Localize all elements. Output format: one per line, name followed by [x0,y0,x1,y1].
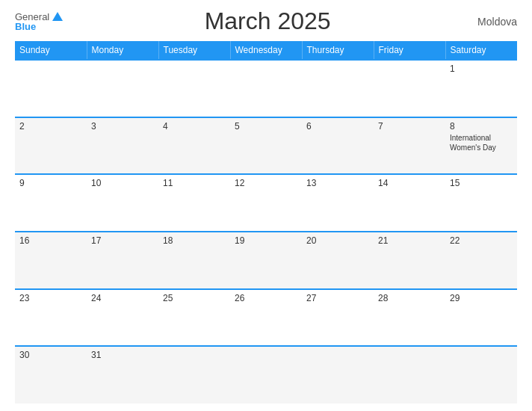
weekday-header-row: SundayMondayTuesdayWednesdayThursdayFrid… [15,41,517,60]
calendar-week-row: 16171819202122 [15,232,517,289]
day-number: 23 [19,293,82,303]
calendar-title: March 2025 [63,7,472,35]
calendar-cell [374,60,445,117]
weekday-header-tuesday: Tuesday [158,41,230,60]
calendar-cell [87,60,158,117]
calendar-header: General Blue March 2025 Moldova [15,7,517,35]
day-number: 17 [91,235,154,246]
day-number: 10 [91,178,154,188]
day-number: 4 [163,121,226,132]
calendar-cell: 1 [445,60,517,117]
day-number: 21 [378,235,441,246]
day-number: 22 [450,235,513,246]
day-number: 15 [450,178,513,188]
day-number: 2 [19,121,82,132]
calendar-cell [230,346,302,404]
calendar-cell: 14 [374,174,445,232]
calendar-cell: 21 [374,232,445,289]
calendar-cell [230,60,302,117]
weekday-header-saturday: Saturday [445,41,517,60]
calendar-cell: 31 [87,346,158,404]
calendar-cell [302,346,374,404]
calendar-cell [158,60,230,117]
calendar-cell: 24 [87,289,158,347]
day-number: 24 [91,293,154,303]
day-number: 8 [450,121,513,132]
day-number: 25 [163,293,226,303]
day-number: 1 [450,64,513,74]
day-number: 13 [306,178,369,188]
calendar-cell [374,346,445,404]
day-number: 26 [235,293,297,303]
day-number: 30 [19,350,82,360]
logo-triangle-icon [52,12,63,21]
calendar-cell [158,346,230,404]
day-number: 31 [91,350,154,360]
calendar-cell: 13 [302,174,374,232]
day-number: 12 [235,178,297,188]
calendar-cell [302,60,374,117]
calendar-cell: 28 [374,289,445,347]
day-number: 11 [163,178,226,188]
calendar-cell: 19 [230,232,302,289]
day-number: 20 [306,235,369,246]
calendar-week-row: 23242526272829 [15,289,517,347]
calendar-cell: 8International Women's Day [445,117,517,175]
calendar-cell [445,346,517,404]
day-number: 27 [306,293,369,303]
logo: General Blue [15,12,63,31]
calendar-cell [15,60,87,117]
calendar-week-row: 9101112131415 [15,174,517,232]
day-number: 9 [19,178,82,188]
weekday-header-friday: Friday [374,41,445,60]
weekday-header-wednesday: Wednesday [230,41,302,60]
calendar-cell: 20 [302,232,374,289]
calendar-cell: 6 [302,117,374,175]
calendar-cell: 26 [230,289,302,347]
country-label: Moldova [472,16,517,28]
day-number: 28 [378,293,441,303]
calendar-cell: 18 [158,232,230,289]
calendar-cell: 9 [15,174,87,232]
day-number: 7 [378,121,441,132]
calendar-cell: 29 [445,289,517,347]
weekday-header-monday: Monday [87,41,158,60]
calendar-week-row: 1 [15,60,517,117]
calendar-cell: 30 [15,346,87,404]
calendar-cell: 11 [158,174,230,232]
calendar-week-row: 2345678International Women's Day [15,117,517,175]
day-number: 5 [235,121,297,132]
calendar-cell: 16 [15,232,87,289]
day-number: 6 [306,121,369,132]
calendar-cell: 3 [87,117,158,175]
day-number: 14 [378,178,441,188]
calendar-event: International Women's Day [450,133,513,152]
logo-blue-text: Blue [15,22,36,31]
calendar-cell: 2 [15,117,87,175]
calendar-cell: 15 [445,174,517,232]
day-number: 19 [235,235,297,246]
weekday-header-thursday: Thursday [302,41,374,60]
calendar-cell: 12 [230,174,302,232]
calendar-cell: 10 [87,174,158,232]
calendar-table: SundayMondayTuesdayWednesdayThursdayFrid… [15,41,517,404]
calendar-week-row: 3031 [15,346,517,404]
day-number: 16 [19,235,82,246]
calendar-cell: 22 [445,232,517,289]
day-number: 18 [163,235,226,246]
weekday-header-sunday: Sunday [15,41,87,60]
calendar-cell: 23 [15,289,87,347]
calendar-cell: 27 [302,289,374,347]
calendar-cell: 17 [87,232,158,289]
calendar-cell: 7 [374,117,445,175]
logo-general-text: General [15,12,49,22]
calendar-cell: 5 [230,117,302,175]
day-number: 3 [91,121,154,132]
calendar-cell: 25 [158,289,230,347]
calendar-cell: 4 [158,117,230,175]
day-number: 29 [450,293,513,303]
